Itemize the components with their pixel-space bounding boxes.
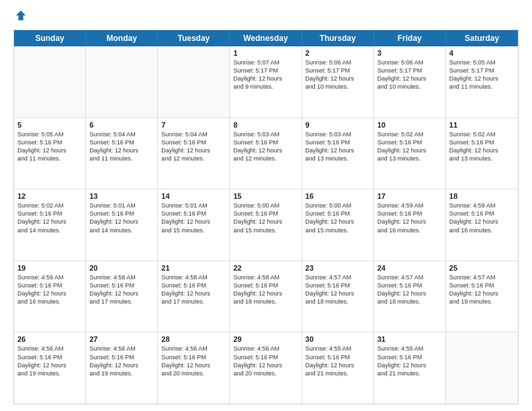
day-number: 6 (89, 121, 154, 129)
cell-text: Sunrise: 5:07 AM Sunset: 5:17 PM Dayligh… (233, 59, 282, 90)
day-number: 27 (89, 335, 154, 343)
cell-text: Sunrise: 5:01 AM Sunset: 5:16 PM Dayligh… (161, 202, 210, 233)
cell-text: Sunrise: 4:59 AM Sunset: 5:16 PM Dayligh… (378, 202, 427, 233)
day-number: 14 (161, 192, 226, 200)
day-number: 28 (161, 335, 226, 343)
calendar-cell: 5Sunrise: 5:05 AM Sunset: 5:16 PM Daylig… (14, 118, 86, 189)
calendar-row: 5Sunrise: 5:05 AM Sunset: 5:16 PM Daylig… (14, 118, 518, 189)
weekday-header: Monday (86, 30, 158, 46)
calendar-cell: 20Sunrise: 4:58 AM Sunset: 5:16 PM Dayli… (86, 261, 158, 332)
calendar-cell (86, 46, 158, 118)
header (13, 11, 519, 23)
calendar-cell (158, 46, 230, 118)
day-number: 20 (89, 264, 154, 272)
day-number: 12 (17, 192, 82, 200)
day-number: 22 (233, 264, 298, 272)
calendar-cell: 29Sunrise: 4:56 AM Sunset: 5:16 PM Dayli… (230, 332, 302, 404)
cell-text: Sunrise: 5:02 AM Sunset: 5:16 PM Dayligh… (17, 202, 66, 233)
cell-text: Sunrise: 5:02 AM Sunset: 5:16 PM Dayligh… (449, 131, 498, 162)
day-number: 7 (161, 121, 226, 129)
calendar-cell: 4Sunrise: 5:05 AM Sunset: 5:17 PM Daylig… (446, 46, 518, 118)
weekday-header: Friday (374, 30, 446, 46)
calendar-cell: 16Sunrise: 5:00 AM Sunset: 5:16 PM Dayli… (302, 189, 374, 261)
calendar: SundayMondayTuesdayWednesdayThursdayFrid… (13, 30, 519, 404)
cell-text: Sunrise: 5:02 AM Sunset: 5:16 PM Dayligh… (378, 131, 427, 162)
calendar-cell: 10Sunrise: 5:02 AM Sunset: 5:16 PM Dayli… (374, 118, 446, 189)
calendar-cell: 7Sunrise: 5:04 AM Sunset: 5:16 PM Daylig… (158, 118, 230, 189)
day-number: 19 (17, 264, 82, 272)
calendar-cell: 30Sunrise: 4:55 AM Sunset: 5:16 PM Dayli… (302, 332, 374, 404)
page: SundayMondayTuesdayWednesdayThursdayFrid… (0, 0, 532, 411)
cell-text: Sunrise: 5:04 AM Sunset: 5:16 PM Dayligh… (161, 131, 210, 162)
calendar-cell: 18Sunrise: 4:59 AM Sunset: 5:16 PM Dayli… (446, 189, 518, 261)
calendar-cell (446, 332, 518, 404)
day-number: 10 (378, 121, 442, 129)
day-number: 21 (161, 264, 226, 272)
day-number: 29 (233, 335, 298, 343)
cell-text: Sunrise: 4:56 AM Sunset: 5:16 PM Dayligh… (161, 345, 210, 376)
day-number: 25 (449, 264, 515, 272)
calendar-cell: 19Sunrise: 4:59 AM Sunset: 5:16 PM Dayli… (14, 261, 86, 332)
calendar-cell: 15Sunrise: 5:00 AM Sunset: 5:16 PM Dayli… (230, 189, 302, 261)
day-number: 13 (89, 192, 154, 200)
cell-text: Sunrise: 5:06 AM Sunset: 5:17 PM Dayligh… (378, 59, 427, 90)
cell-text: Sunrise: 5:00 AM Sunset: 5:16 PM Dayligh… (233, 202, 282, 233)
calendar-cell: 24Sunrise: 4:57 AM Sunset: 5:16 PM Dayli… (374, 261, 446, 332)
day-number: 8 (233, 121, 298, 129)
calendar-header: SundayMondayTuesdayWednesdayThursdayFrid… (14, 30, 518, 46)
cell-text: Sunrise: 4:58 AM Sunset: 5:16 PM Dayligh… (161, 274, 210, 305)
day-number: 9 (306, 121, 370, 129)
weekday-header: Thursday (302, 30, 374, 46)
cell-text: Sunrise: 4:57 AM Sunset: 5:16 PM Dayligh… (378, 274, 427, 305)
cell-text: Sunrise: 5:05 AM Sunset: 5:16 PM Dayligh… (17, 131, 66, 162)
weekday-header: Saturday (446, 30, 518, 46)
calendar-cell: 14Sunrise: 5:01 AM Sunset: 5:16 PM Dayli… (158, 189, 230, 261)
cell-text: Sunrise: 4:59 AM Sunset: 5:16 PM Dayligh… (17, 274, 66, 305)
calendar-cell: 27Sunrise: 4:56 AM Sunset: 5:16 PM Dayli… (86, 332, 158, 404)
day-number: 4 (449, 49, 515, 57)
calendar-cell: 22Sunrise: 4:58 AM Sunset: 5:16 PM Dayli… (230, 261, 302, 332)
calendar-row: 19Sunrise: 4:59 AM Sunset: 5:16 PM Dayli… (14, 261, 518, 332)
day-number: 17 (378, 192, 442, 200)
weekday-header: Wednesday (230, 30, 302, 46)
calendar-cell: 25Sunrise: 4:57 AM Sunset: 5:16 PM Dayli… (446, 261, 518, 332)
cell-text: Sunrise: 4:56 AM Sunset: 5:16 PM Dayligh… (17, 345, 66, 376)
calendar-cell (14, 46, 86, 118)
cell-text: Sunrise: 4:55 AM Sunset: 5:16 PM Dayligh… (378, 345, 427, 376)
cell-text: Sunrise: 4:58 AM Sunset: 5:16 PM Dayligh… (89, 274, 138, 305)
cell-text: Sunrise: 5:01 AM Sunset: 5:16 PM Dayligh… (89, 202, 138, 233)
cell-text: Sunrise: 4:58 AM Sunset: 5:16 PM Dayligh… (233, 274, 282, 305)
calendar-cell: 6Sunrise: 5:04 AM Sunset: 5:16 PM Daylig… (86, 118, 158, 189)
cell-text: Sunrise: 4:55 AM Sunset: 5:16 PM Dayligh… (306, 345, 355, 376)
cell-text: Sunrise: 5:03 AM Sunset: 5:16 PM Dayligh… (233, 131, 282, 162)
day-number: 24 (378, 264, 442, 272)
day-number: 31 (378, 335, 442, 343)
day-number: 3 (378, 49, 442, 57)
day-number: 18 (449, 192, 515, 200)
weekday-header: Tuesday (158, 30, 230, 46)
day-number: 26 (17, 335, 82, 343)
calendar-body: 1Sunrise: 5:07 AM Sunset: 5:17 PM Daylig… (14, 46, 518, 404)
calendar-cell: 17Sunrise: 4:59 AM Sunset: 5:16 PM Dayli… (374, 189, 446, 261)
cell-text: Sunrise: 4:56 AM Sunset: 5:16 PM Dayligh… (233, 345, 282, 376)
day-number: 11 (449, 121, 515, 129)
calendar-cell: 28Sunrise: 4:56 AM Sunset: 5:16 PM Dayli… (158, 332, 230, 404)
calendar-cell: 3Sunrise: 5:06 AM Sunset: 5:17 PM Daylig… (374, 46, 446, 118)
logo-icon (15, 9, 27, 21)
calendar-row: 26Sunrise: 4:56 AM Sunset: 5:16 PM Dayli… (14, 332, 518, 404)
weekday-header: Sunday (14, 30, 86, 46)
calendar-cell: 31Sunrise: 4:55 AM Sunset: 5:16 PM Dayli… (374, 332, 446, 404)
cell-text: Sunrise: 5:05 AM Sunset: 5:17 PM Dayligh… (449, 59, 498, 90)
calendar-cell: 13Sunrise: 5:01 AM Sunset: 5:16 PM Dayli… (86, 189, 158, 261)
day-number: 1 (233, 49, 298, 57)
calendar-row: 12Sunrise: 5:02 AM Sunset: 5:16 PM Dayli… (14, 189, 518, 261)
day-number: 30 (306, 335, 370, 343)
cell-text: Sunrise: 5:06 AM Sunset: 5:17 PM Dayligh… (306, 59, 355, 90)
cell-text: Sunrise: 4:59 AM Sunset: 5:16 PM Dayligh… (449, 202, 498, 233)
calendar-cell: 2Sunrise: 5:06 AM Sunset: 5:17 PM Daylig… (302, 46, 374, 118)
calendar-cell: 23Sunrise: 4:57 AM Sunset: 5:16 PM Dayli… (302, 261, 374, 332)
cell-text: Sunrise: 4:56 AM Sunset: 5:16 PM Dayligh… (89, 345, 138, 376)
calendar-cell: 9Sunrise: 5:03 AM Sunset: 5:16 PM Daylig… (302, 118, 374, 189)
cell-text: Sunrise: 4:57 AM Sunset: 5:16 PM Dayligh… (449, 274, 498, 305)
cell-text: Sunrise: 5:00 AM Sunset: 5:16 PM Dayligh… (306, 202, 355, 233)
